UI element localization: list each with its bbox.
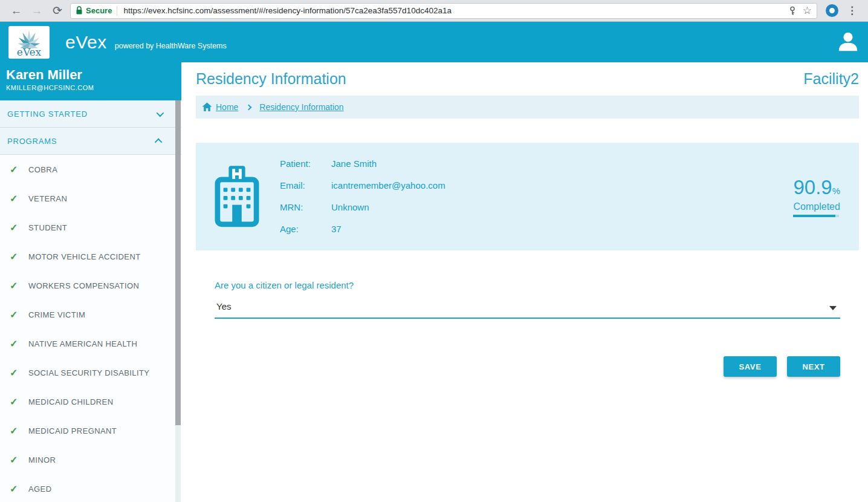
completion-label: Completed (793, 201, 840, 212)
next-button[interactable]: NEXT (787, 356, 840, 377)
check-icon: ✓ (10, 396, 28, 408)
check-icon: ✓ (10, 309, 28, 321)
patient-value: icantremember@yahoo.com (331, 179, 445, 192)
page-title: Residency Information (196, 70, 346, 88)
completion-percent: 90.9 (793, 176, 832, 198)
home-icon[interactable] (202, 102, 212, 112)
check-icon: ✓ (10, 367, 28, 379)
patient-label: Age: (280, 223, 331, 236)
back-icon[interactable]: ← (6, 2, 27, 20)
chevron-up-icon (155, 138, 163, 146)
patient-row: Patient: Jane Smith (280, 157, 445, 171)
sidebar-scrollbar-track[interactable] (175, 100, 181, 502)
sidebar-scrollbar-thumb[interactable] (175, 100, 181, 425)
sidebar-item-native-american-health[interactable]: ✓ NATIVE AMERICAN HEALTH (0, 329, 181, 358)
question-label: Are you a citizen or legal resident? (215, 280, 840, 290)
patient-summary-card: Patient: Jane Smith Email: icantremember… (196, 143, 859, 250)
forward-icon[interactable]: → (27, 2, 47, 20)
check-icon: ✓ (10, 280, 28, 292)
citizen-resident-select[interactable]: Yes (215, 299, 840, 319)
sidebar-item-social-security-disability[interactable]: ✓ SOCIAL SECURITY DISABILITY (0, 358, 181, 387)
user-account-button[interactable] (837, 30, 860, 55)
check-icon: ✓ (10, 193, 28, 204)
extension-icon[interactable] (826, 4, 838, 17)
sidebar-item-student[interactable]: ✓ STUDENT (0, 213, 181, 242)
app-header: eVex eVex powered by HealthWare Systems (0, 22, 868, 62)
sidebar-item-medicaid-pregnant[interactable]: ✓ MEDICAID PREGNANT (0, 416, 181, 445)
check-icon: ✓ (10, 454, 28, 466)
patient-value: Jane Smith (331, 157, 377, 171)
patient-row: Age: 37 (280, 223, 445, 236)
chevron-right-icon (246, 104, 252, 110)
bookmark-star-icon[interactable]: ☆ (803, 5, 812, 16)
check-icon: ✓ (10, 164, 28, 175)
patient-row: MRN: Unknown (280, 201, 445, 214)
patient-label: Patient: (280, 157, 331, 171)
sidebar-item-cobra[interactable]: ✓ COBRA (0, 155, 181, 184)
brand-tagline: powered by HealthWare Systems (115, 42, 227, 50)
sidebar-item-crime-victim[interactable]: ✓ CRIME VICTIM (0, 300, 181, 329)
percent-sign: % (832, 186, 840, 196)
completion-status: 90.9% Completed (793, 176, 840, 217)
breadcrumb-current-link[interactable]: Residency Information (259, 102, 343, 112)
url-text[interactable]: https://evex.hcfsinc.com/assessment/#/re… (123, 6, 783, 15)
lock-icon (76, 6, 83, 15)
select-value: Yes (216, 301, 231, 311)
section-label: GETTING STARTED (7, 109, 88, 119)
main-content: Residency Information Facility2 Home Res… (181, 62, 868, 502)
patient-label: Email: (280, 179, 331, 192)
address-bar[interactable]: Secure https://evex.hcfsinc.com/assessme… (70, 3, 817, 19)
sidebar-section-programs[interactable]: PROGRAMS (0, 128, 181, 155)
progress-bar-fill (793, 215, 835, 217)
sidebar-user-card: Karen Miller KMILLER@HCFSINC.COM (0, 62, 181, 100)
sidebar-item-veteran[interactable]: ✓ VETERAN (0, 184, 181, 213)
key-icon[interactable] (788, 6, 797, 16)
sidebar-item-minor[interactable]: ✓ MINOR (0, 445, 181, 474)
patient-label: MRN: (280, 201, 331, 214)
check-icon: ✓ (10, 425, 28, 437)
save-button[interactable]: SAVE (724, 356, 777, 377)
evex-logo-star-icon: eVex (10, 27, 48, 58)
hospital-icon (215, 165, 259, 229)
evex-logo: eVex (8, 26, 50, 59)
patient-value: 37 (331, 223, 342, 236)
sidebar-item-workers-compensation[interactable]: ✓ WORKERS COMPENSATION (0, 271, 181, 300)
check-icon: ✓ (10, 338, 28, 350)
sidebar: Karen Miller KMILLER@HCFSINC.COM GETTING… (0, 62, 181, 502)
facility-label: Facility2 (803, 70, 859, 88)
user-email: KMILLER@HCFSINC.COM (6, 84, 181, 91)
patient-value: Unknown (331, 201, 369, 214)
chevron-down-icon (157, 109, 164, 117)
secure-label: Secure (86, 6, 112, 15)
svg-text:eVex: eVex (17, 45, 42, 57)
sidebar-item-medicaid-children[interactable]: ✓ MEDICAID CHILDREN (0, 387, 181, 416)
breadcrumb: Home Residency Information (196, 96, 859, 119)
check-icon: ✓ (10, 483, 28, 495)
person-icon (837, 30, 860, 53)
section-label: PROGRAMS (7, 137, 57, 146)
progress-bar (793, 215, 839, 217)
user-name: Karen Miller (6, 67, 181, 83)
patient-row: Email: icantremember@yahoo.com (280, 179, 445, 192)
sidebar-section-getting-started[interactable]: GETTING STARTED (0, 100, 181, 128)
browser-menu-icon[interactable]: ⋮ (842, 4, 862, 17)
sidebar-item-aged[interactable]: ✓ AGED (0, 474, 181, 502)
url-separator (117, 6, 117, 16)
dropdown-arrow-icon (829, 306, 837, 310)
check-icon: ✓ (10, 251, 28, 262)
sidebar-item-motor-vehicle-accident[interactable]: ✓ MOTOR VEHICLE ACCIDENT (0, 242, 181, 271)
brand-name: eVex (65, 32, 107, 53)
refresh-icon[interactable]: ⟳ (47, 2, 68, 20)
check-icon: ✓ (10, 222, 28, 233)
breadcrumb-home-link[interactable]: Home (216, 102, 238, 112)
browser-toolbar: ← → ⟳ Secure https://evex.hcfsinc.com/as… (0, 0, 868, 22)
